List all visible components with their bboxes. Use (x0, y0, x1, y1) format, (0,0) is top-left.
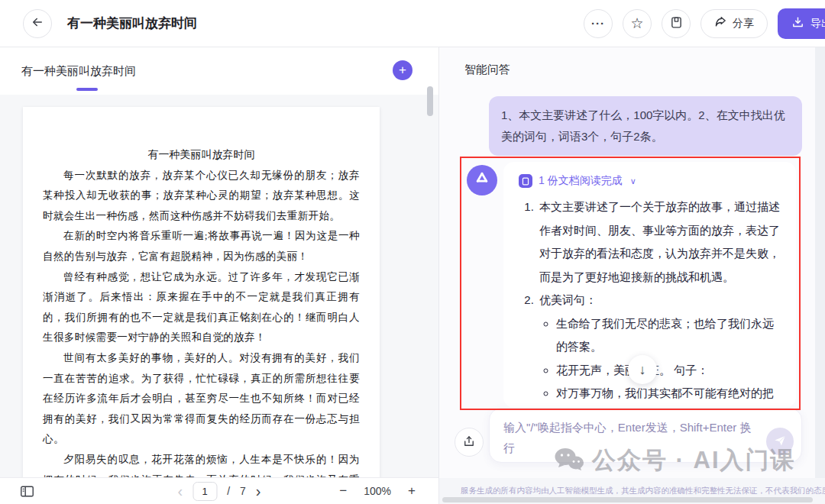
tab-document-title[interactable]: 有一种美丽叫放弃时间 (21, 64, 136, 79)
export-button[interactable]: 导出 (778, 8, 825, 39)
qa-panel-title: 智能问答 (464, 63, 510, 77)
document-read-status[interactable]: 1 份文档阅读完成 ∨ (519, 174, 781, 188)
answer-bullet: 生命给了我们无尽的悲哀；也给了我们永远的答案。 (556, 312, 781, 359)
document-paragraph: 夕阳易失的叹息，花开花落的烦恼，人生本是不快乐的！因为拥有的时候，我们也许正在失… (43, 450, 360, 477)
chat-scrollbar[interactable] (815, 47, 825, 478)
zoom-in-button[interactable]: + (408, 483, 416, 499)
star-icon: ☆ (630, 16, 643, 31)
assistant-logo-icon (474, 170, 490, 190)
document-viewport: 有一种美丽叫放弃时间 每一次默默的放弃，放弃某个心仪已久却无缘份的朋友；放弃某种… (0, 95, 438, 477)
more-button[interactable]: ··· (584, 9, 613, 38)
download-icon (791, 16, 804, 31)
next-page-button[interactable]: › (256, 483, 261, 499)
upload-icon (462, 435, 476, 451)
arrow-left-icon (31, 15, 44, 31)
scroll-to-bottom-button[interactable]: ↓ (628, 355, 657, 384)
disclaimer-text: 服务生成的所有内容均由人工智能模型生成，其生成内容的准确性和完整性无法保证，不代… (461, 486, 825, 495)
total-pages: 7 (240, 485, 246, 497)
document-body: 每一次默默的放弃，放弃某个心仪已久却无缘份的朋友；放弃某种投入却无收获的事；放弃… (43, 166, 360, 477)
page-title: 有一种美丽叫放弃时间 (67, 15, 197, 32)
assistant-avatar (467, 165, 497, 195)
answer-item: 优美词句：生命给了我们无尽的悲哀；也给了我们永远的答案。花开无声，美丽见证。 句… (537, 289, 781, 405)
document-panel: 有一种美丽叫放弃时间 + 有一种美丽叫放弃时间 每一次默默的放弃，放弃某个心仪已… (0, 47, 439, 504)
document-paragraph: 每一次默默的放弃，放弃某个心仪已久却无缘份的朋友；放弃某种投入却无收获的事；放弃… (43, 166, 360, 227)
document-page: 有一种美丽叫放弃时间 每一次默默的放弃，放弃某个心仪已久却无缘份的朋友；放弃某种… (23, 107, 380, 477)
tab-active-indicator (76, 88, 98, 91)
back-button[interactable] (23, 9, 52, 38)
main-content: 有一种美丽叫放弃时间 + 有一种美丽叫放弃时间 每一次默默的放弃，放弃某个心仪已… (0, 47, 825, 504)
zoom-controls: − 100% + (339, 483, 416, 499)
document-paragraph: 在新的时空内将音乐重听一遍;将故事再说一遍！因为这是一种自然的告别与放弃，它富有… (43, 226, 360, 267)
page-navigation: ‹ 1 / 7 › (177, 482, 260, 501)
previous-page-button[interactable]: ‹ (177, 483, 183, 499)
answer-item-text: 优美词句： (539, 293, 597, 306)
paper-plane-icon (773, 434, 787, 450)
save-icon (670, 16, 683, 31)
share-label: 分享 (733, 17, 754, 31)
thumbnail-panel-button[interactable] (20, 485, 34, 498)
send-button[interactable] (766, 428, 794, 455)
chevron-down-icon: ∨ (630, 176, 636, 186)
document-toolbar: ‹ 1 / 7 › − 100% + (0, 477, 438, 504)
chat-input[interactable]: 输入"/"唤起指令中心，Enter发送，Shift+Enter 换行 (503, 417, 757, 458)
upload-button[interactable] (455, 428, 484, 457)
header-actions: ··· ☆ 分享 导出 (584, 8, 825, 39)
share-button[interactable]: 分享 (700, 9, 768, 38)
assistant-answer-list: 本文主要讲述了一个关于放弃的故事，通过描述作者对时间、朋友、事业等方面的放弃，表… (537, 195, 781, 405)
answer-bullet: 花开无声，美丽见证。 句子： (556, 359, 781, 383)
zoom-out-button[interactable]: − (339, 483, 347, 499)
chat-input-card: 输入"/"唤起指令中心，Enter发送，Shift+Enter 换行 (489, 408, 802, 463)
document-scrollbar[interactable] (427, 86, 433, 116)
share-icon (714, 16, 727, 31)
favorite-button[interactable]: ☆ (623, 9, 652, 38)
user-message-bubble: 1、本文主要讲述了什么，100字以内。2、在文中找出优美的词句，词语3个，句子2… (489, 96, 802, 156)
answer-bullet: 对万事万物，我们其实都不可能有绝对的把 (556, 382, 781, 405)
more-icon: ··· (591, 17, 605, 30)
document-paragraph: 曾经有种感觉，想让它成为永远。过了许多年，才发现它已渐渐消逝了。后来悟出：原来握… (43, 267, 360, 348)
export-label: 导出 (810, 17, 825, 31)
document-icon (519, 174, 532, 188)
document-title: 有一种美丽叫放弃时间 (43, 145, 360, 166)
zoom-level: 100% (364, 485, 391, 497)
answer-item-text: 本文主要讲述了一个关于放弃的故事，通过描述作者对时间、朋友、事业等方面的放弃，表… (539, 200, 780, 283)
qa-panel: 智能问答 1、本文主要讲述了什么，100字以内。2、在文中找出优美的词句，词语3… (439, 47, 825, 504)
add-document-button[interactable]: + (393, 60, 412, 80)
page-separator: / (227, 485, 230, 497)
current-page-input[interactable]: 1 (192, 482, 217, 501)
document-paragraph: 世间有太多美好的事物，美好的人。对没有拥有的美好，我们一直在苦苦的追求。为了获得… (43, 348, 360, 450)
answer-sublist: 生命给了我们无尽的悲哀；也给了我们永远的答案。花开无声，美丽见证。 句子：对万事… (556, 312, 781, 405)
status-label: 1 份文档阅读完成 (539, 174, 623, 188)
app-header: 有一种美丽叫放弃时间 ··· ☆ 分享 导出 (0, 0, 825, 47)
save-button[interactable] (662, 9, 691, 38)
answer-item: 本文主要讲述了一个关于放弃的故事，通过描述作者对时间、朋友、事业等方面的放弃，表… (537, 195, 781, 289)
horizontal-scrollbar[interactable] (442, 497, 813, 502)
document-tab-bar: 有一种美丽叫放弃时间 + (0, 47, 438, 95)
